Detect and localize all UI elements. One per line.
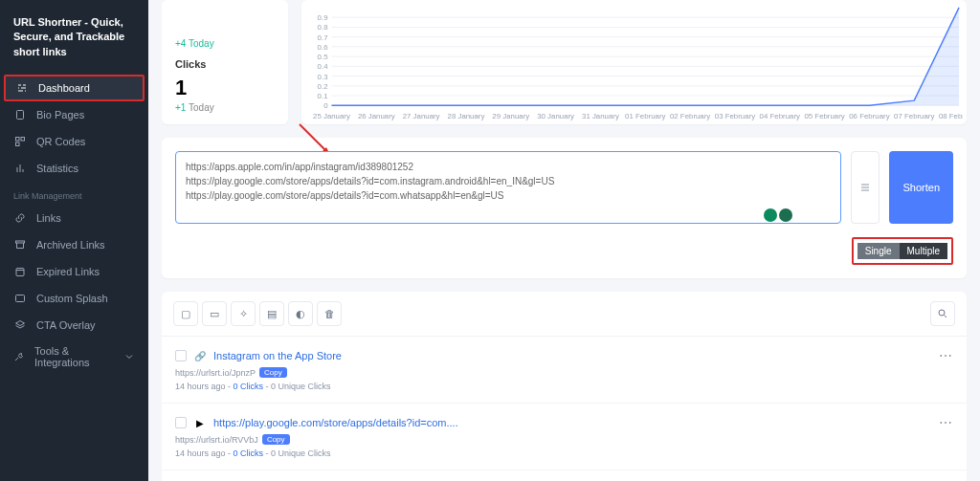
svg-text:03 February: 03 February	[715, 112, 755, 120]
svg-text:0.8: 0.8	[318, 23, 329, 32]
main-content: +4 Today Clicks 1 +1 Today 00.10.20.30.4…	[148, 0, 980, 481]
qr-icon	[13, 135, 27, 148]
archive-icon	[13, 238, 27, 251]
svg-text:0: 0	[323, 101, 328, 110]
link-checkbox[interactable]	[175, 350, 187, 361]
sidebar-section-label: Link Management	[0, 182, 148, 205]
link-meta: 14 hours ago - 0 Clicks - 0 Unique Click…	[175, 448, 953, 458]
shorten-card: Shorten Single Multiple	[162, 138, 967, 278]
clicks-chart: 00.10.20.30.40.50.60.70.80.925 January26…	[301, 0, 967, 124]
svg-point-42	[939, 310, 945, 316]
options-button[interactable]	[851, 151, 880, 224]
svg-rect-5	[16, 269, 24, 276]
svg-rect-6	[16, 295, 25, 302]
svg-text:0.6: 0.6	[318, 43, 329, 52]
link-meta: 14 hours ago - 0 Clicks - 0 Unique Click…	[175, 382, 953, 391]
nav-label: Custom Splash	[36, 293, 108, 304]
shorten-button[interactable]: Shorten	[889, 151, 953, 224]
link-checkbox[interactable]	[175, 417, 187, 428]
link-title[interactable]: https://play.google.com/store/apps/detai…	[213, 417, 458, 428]
tool-folder-button[interactable]: ▤	[259, 301, 284, 326]
svg-text:04 February: 04 February	[760, 112, 800, 120]
svg-text:31 January: 31 January	[582, 112, 619, 120]
nav-label: CTA Overlay	[36, 319, 96, 331]
svg-rect-2	[21, 138, 25, 142]
svg-text:0.7: 0.7	[318, 33, 328, 42]
input-badges	[764, 208, 792, 222]
nav-label: Bio Pages	[36, 109, 84, 120]
svg-text:0.1: 0.1	[318, 92, 328, 100]
nav-dashboard[interactable]: Dashboard	[4, 75, 145, 101]
nav-label: Dashboard	[38, 82, 90, 94]
tool-archive-button[interactable]: ▢	[173, 301, 198, 326]
chevron-down-icon	[123, 350, 135, 363]
toggle-multiple[interactable]: Multiple	[900, 243, 947, 259]
nav-expired[interactable]: Expired Links	[0, 258, 148, 285]
nav-label: Archived Links	[36, 239, 105, 251]
svg-text:27 January: 27 January	[403, 112, 440, 120]
svg-text:07 February: 07 February	[894, 112, 934, 120]
nav-statistics[interactable]: Statistics	[0, 155, 148, 182]
tool-add-button[interactable]: ✧	[231, 301, 256, 326]
sliders-icon	[15, 81, 29, 95]
links-card: ▢ ▭ ✧ ▤ ◐ 🗑 🔗 Instagram on the App Store…	[162, 292, 967, 481]
tool-trash-button[interactable]: 🗑	[317, 301, 342, 326]
page-icon	[13, 108, 27, 121]
svg-rect-1	[16, 138, 20, 142]
calendar-icon	[13, 265, 27, 278]
nav-biopages[interactable]: Bio Pages	[0, 101, 148, 128]
link-menu-button[interactable]: ⋯	[939, 348, 953, 363]
stat-label: Clicks	[175, 58, 275, 70]
nav-archived[interactable]: Archived Links	[0, 231, 148, 258]
badge-icon	[764, 208, 777, 222]
svg-text:26 January: 26 January	[358, 112, 395, 120]
link-item: ▶ https://play.google.com/store/apps/det…	[162, 404, 967, 470]
copy-button[interactable]: Copy	[259, 367, 287, 378]
tool-briefcase-button[interactable]: ▭	[202, 301, 227, 326]
tool-globe-button[interactable]: ◐	[288, 301, 313, 326]
svg-text:0.5: 0.5	[318, 53, 329, 61]
svg-rect-0	[17, 111, 24, 120]
url-input[interactable]	[175, 151, 841, 224]
nav-label: Links	[36, 212, 61, 224]
svg-text:0.9: 0.9	[318, 13, 328, 22]
svg-text:01 February: 01 February	[625, 112, 665, 120]
link-item: ▶ Error 403 (Forbidden)!!1 ⋯ https://url…	[162, 470, 967, 481]
layers-icon	[13, 318, 27, 332]
search-button[interactable]	[930, 301, 955, 326]
svg-text:06 February: 06 February	[849, 112, 889, 120]
stat-value: 1	[175, 76, 275, 100]
nav-tools[interactable]: Tools & Integrations	[0, 339, 148, 375]
svg-text:02 February: 02 February	[670, 112, 710, 120]
link-item: 🔗 Instagram on the App Store ⋯ https://u…	[162, 337, 967, 404]
nav-label: QR Codes	[36, 136, 85, 147]
svg-text:25 January: 25 January	[313, 112, 350, 120]
play-icon: ▶	[194, 417, 206, 428]
nav-splash[interactable]: Custom Splash	[0, 285, 148, 312]
link-menu-button[interactable]: ⋯	[939, 415, 953, 430]
top-delta: +4 Today	[175, 38, 275, 49]
svg-text:30 January: 30 January	[537, 112, 574, 120]
svg-text:0.4: 0.4	[318, 62, 329, 71]
svg-rect-4	[16, 241, 25, 243]
nav-cta[interactable]: CTA Overlay	[0, 312, 148, 339]
badge-icon	[779, 208, 792, 222]
svg-rect-3	[16, 142, 20, 146]
link-icon	[13, 211, 27, 225]
nav-label: Tools & Integrations	[34, 345, 114, 368]
svg-text:05 February: 05 February	[804, 112, 844, 120]
copy-button[interactable]: Copy	[262, 434, 290, 445]
sidebar: URL Shortner - Quick, Secure, and Tracka…	[0, 0, 148, 481]
stat-card-clicks: +4 Today Clicks 1 +1 Today	[162, 0, 288, 124]
svg-text:0.3: 0.3	[318, 73, 329, 81]
links-toolbar: ▢ ▭ ✧ ▤ ◐ 🗑	[162, 292, 967, 337]
apple-icon: 🔗	[194, 350, 206, 361]
toggle-single[interactable]: Single	[858, 243, 900, 259]
nav-qrcodes[interactable]: QR Codes	[0, 128, 148, 155]
bars-icon	[13, 162, 27, 175]
mode-toggle: Single Multiple	[852, 237, 953, 265]
svg-text:08 February: 08 February	[939, 112, 963, 120]
nav-label: Expired Links	[36, 266, 100, 277]
link-title[interactable]: Instagram on the App Store	[213, 350, 342, 361]
nav-links[interactable]: Links	[0, 205, 148, 231]
